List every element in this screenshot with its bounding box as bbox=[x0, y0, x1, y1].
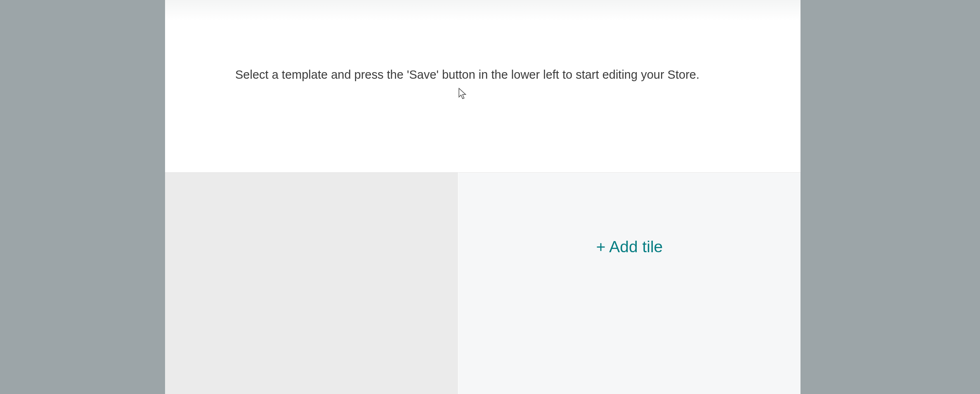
page-container: Select a template and press the 'Save' b… bbox=[165, 0, 801, 394]
left-tile-placeholder[interactable] bbox=[165, 172, 458, 394]
add-tile-button[interactable]: + Add tile bbox=[596, 238, 663, 256]
instruction-text: Select a template and press the 'Save' b… bbox=[165, 68, 801, 82]
instruction-section: Select a template and press the 'Save' b… bbox=[165, 0, 801, 172]
tiles-section: + Add tile bbox=[165, 172, 801, 394]
add-tile-label: + Add tile bbox=[596, 238, 663, 256]
right-tile-placeholder[interactable]: + Add tile bbox=[458, 172, 801, 394]
